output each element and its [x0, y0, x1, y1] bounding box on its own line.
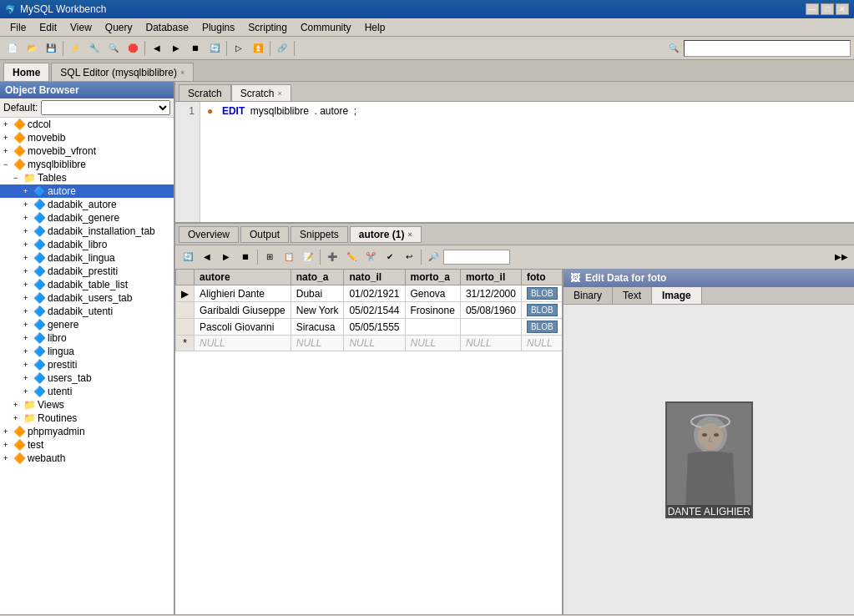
- menu-plugins[interactable]: Plugins: [195, 20, 241, 35]
- menu-community[interactable]: Community: [294, 20, 358, 35]
- tree-item-prestiti[interactable]: + 🔷 prestiti: [0, 358, 174, 371]
- search-input[interactable]: [684, 40, 851, 57]
- tb-btn4[interactable]: 🛑: [124, 39, 142, 58]
- toggle-cdcol[interactable]: +: [3, 120, 13, 129]
- tree-item-dadabik-lingua[interactable]: + 🔷 dadabik_lingua: [0, 251, 174, 265]
- tree-item-dadabik-table-list[interactable]: + 🔷 dadabik_table_list: [0, 278, 174, 291]
- cell-nato-a-3[interactable]: Siracusa: [291, 319, 344, 336]
- cell-foto-1[interactable]: BLOB: [521, 285, 562, 302]
- menu-help[interactable]: Help: [358, 20, 392, 35]
- toggle-mvf[interactable]: +: [3, 147, 13, 155]
- tree-item-movebib-vfront[interactable]: + 🔶 movebib_vfront: [0, 144, 174, 158]
- cell-null-5[interactable]: NULL: [460, 336, 521, 351]
- tb-btn6[interactable]: ▶: [167, 39, 185, 58]
- menu-query[interactable]: Query: [99, 20, 139, 35]
- table-row[interactable]: Garibaldi Giuseppe New York 05/02/1544 F…: [176, 302, 563, 319]
- tb-btn9[interactable]: ▷: [230, 39, 248, 58]
- blob-button-2[interactable]: BLOB: [527, 304, 558, 316]
- cell-null-1[interactable]: NULL: [195, 336, 291, 351]
- table-row[interactable]: ▶ Alighieri Dante Dubai 01/02/1921 Genov…: [176, 285, 563, 302]
- tree-item-test[interactable]: + 🔶 test: [0, 438, 174, 452]
- toggle-uten[interactable]: +: [23, 387, 33, 396]
- tree-item-dadabik-utenti[interactable]: + 🔷 dadabik_utenti: [0, 305, 174, 318]
- tree-item-webauth[interactable]: + 🔶 webauth: [0, 452, 174, 465]
- cell-morto-a-1[interactable]: Genova: [405, 285, 460, 302]
- blob-button-1[interactable]: BLOB: [527, 287, 558, 300]
- cell-morto-il-1[interactable]: 31/12/2000: [460, 285, 521, 302]
- menu-view[interactable]: View: [63, 20, 99, 35]
- menu-scripting[interactable]: Scripting: [241, 20, 294, 35]
- commit-btn[interactable]: ✔: [381, 248, 399, 266]
- add-row-btn[interactable]: ➕: [323, 248, 341, 266]
- result-tab-autore[interactable]: autore (1) ×: [350, 226, 422, 243]
- sql-editor-tab-close[interactable]: ×: [180, 68, 184, 77]
- col-header-autore[interactable]: autore: [195, 270, 291, 285]
- new-row[interactable]: * NULL NULL NULL NULL NULL NULL: [176, 336, 563, 351]
- tree-item-tables[interactable]: − 📁 Tables: [0, 171, 174, 184]
- tree-item-autore[interactable]: + 🔷 autore: [0, 184, 174, 198]
- toggle-dp[interactable]: +: [23, 267, 33, 275]
- result-tab-snippets[interactable]: Snippets: [291, 226, 348, 243]
- tb-btn7[interactable]: ⏹: [186, 39, 205, 58]
- toggle-routines[interactable]: +: [13, 414, 23, 422]
- toggle-lib[interactable]: +: [23, 334, 33, 342]
- forward-btn[interactable]: ▶: [217, 248, 235, 266]
- toggle-ut[interactable]: +: [23, 374, 33, 382]
- cell-morto-a-3[interactable]: [405, 319, 460, 336]
- tb-btn3[interactable]: 🔍: [104, 39, 123, 58]
- tree-item-mysqlbiblibre[interactable]: − 🔶 mysqlbiblibre: [0, 158, 174, 171]
- col-header-nato-a[interactable]: nato_a: [291, 270, 344, 285]
- tb-btn11[interactable]: 🔗: [273, 39, 291, 58]
- tree-item-phpmyadmin[interactable]: + 🔶 phpmyadmin: [0, 425, 174, 438]
- toggle-php[interactable]: +: [3, 427, 13, 436]
- data-grid[interactable]: autore nato_a nato_il morto_a morto_il f…: [175, 269, 562, 614]
- tree-item-dadabik-users-tab[interactable]: + 🔷 dadabik_users_tab: [0, 291, 174, 305]
- cell-null-2[interactable]: NULL: [291, 336, 344, 351]
- edit-row-btn[interactable]: ✏️: [342, 248, 361, 266]
- table-row[interactable]: Pascoli Giovanni Siracusa 05/05/1555 BLO…: [176, 319, 563, 336]
- sql-editor-tab[interactable]: SQL Editor (mysqlbiblibre) ×: [51, 63, 194, 81]
- toggle-autore[interactable]: +: [23, 187, 33, 195]
- minimize-button[interactable]: —: [806, 3, 819, 15]
- tree-item-dadabik-autore[interactable]: + 🔷 dadabik_autore: [0, 198, 174, 211]
- cell-morto-il-3[interactable]: [460, 319, 521, 336]
- cell-nato-il-3[interactable]: 05/05/1555: [344, 319, 405, 336]
- toggle-gen[interactable]: +: [23, 321, 33, 329]
- toggle-tables[interactable]: −: [13, 174, 23, 182]
- col-header-morto-a[interactable]: morto_a: [405, 270, 460, 285]
- menu-file[interactable]: File: [3, 20, 33, 35]
- toggle-dtl[interactable]: +: [23, 280, 33, 289]
- stop-btn[interactable]: ⏹: [236, 248, 255, 266]
- toggle-mysqlbib[interactable]: −: [3, 160, 13, 169]
- tree-item-dadabik-libro[interactable]: + 🔷 dadabik_libro: [0, 238, 174, 251]
- editor-tab-scratch1[interactable]: Scratch: [179, 84, 231, 101]
- result-tab-output[interactable]: Output: [240, 226, 289, 243]
- tree-item-lingua[interactable]: + 🔷 lingua: [0, 345, 174, 358]
- result-search-input[interactable]: [443, 250, 510, 265]
- text-btn[interactable]: 📝: [299, 248, 317, 266]
- cell-autore-1[interactable]: Alighieri Dante: [195, 285, 291, 302]
- tree-item-dadabik-prestiti[interactable]: + 🔷 dadabik_prestiti: [0, 265, 174, 278]
- new-btn[interactable]: 📄: [3, 39, 22, 58]
- tree-item-utenti[interactable]: + 🔷 utenti: [0, 385, 174, 398]
- tree-item-routines[interactable]: + 📁 Routines: [0, 412, 174, 425]
- editor-tab-scratch2[interactable]: Scratch ×: [231, 84, 291, 101]
- toggle-duten[interactable]: +: [23, 307, 33, 316]
- cell-null-3[interactable]: NULL: [344, 336, 405, 351]
- tree-item-dadabik-genere[interactable]: + 🔷 dadabik_genere: [0, 211, 174, 225]
- blob-button-3[interactable]: BLOB: [527, 321, 558, 333]
- toggle-movebib[interactable]: +: [3, 134, 13, 142]
- cell-nato-a-2[interactable]: New York: [291, 302, 344, 319]
- rollback-btn[interactable]: ↩: [400, 248, 418, 266]
- tree-item-views[interactable]: + 📁 Views: [0, 398, 174, 412]
- toggle-di[interactable]: +: [23, 227, 33, 235]
- cell-morto-il-2[interactable]: 05/08/1960: [460, 302, 521, 319]
- back-btn[interactable]: ◀: [198, 248, 216, 266]
- open-btn[interactable]: 📂: [23, 39, 41, 58]
- cell-foto-3[interactable]: BLOB: [521, 319, 562, 336]
- search-toggle-btn[interactable]: 🔍: [665, 39, 683, 58]
- delete-row-btn[interactable]: ✂️: [361, 248, 380, 266]
- cell-morto-a-2[interactable]: Frosinone: [405, 302, 460, 319]
- result-more-btn[interactable]: ▶▶: [832, 248, 851, 266]
- menu-edit[interactable]: Edit: [33, 20, 63, 35]
